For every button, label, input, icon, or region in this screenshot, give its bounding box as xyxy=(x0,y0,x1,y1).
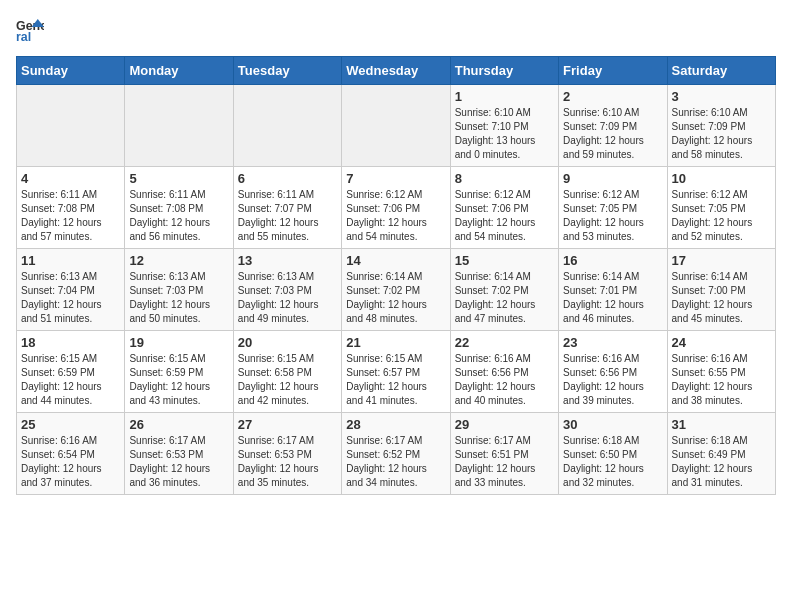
cell-info: Sunrise: 6:12 AMSunset: 7:06 PMDaylight:… xyxy=(346,188,445,244)
calendar-cell: 18Sunrise: 6:15 AMSunset: 6:59 PMDayligh… xyxy=(17,331,125,413)
cell-info: Sunrise: 6:12 AMSunset: 7:05 PMDaylight:… xyxy=(563,188,662,244)
cell-info: Sunrise: 6:17 AMSunset: 6:51 PMDaylight:… xyxy=(455,434,554,490)
calendar-cell: 5Sunrise: 6:11 AMSunset: 7:08 PMDaylight… xyxy=(125,167,233,249)
day-number: 7 xyxy=(346,171,445,186)
svg-text:ral: ral xyxy=(16,30,31,44)
logo: Gene ral xyxy=(16,16,48,44)
cell-info: Sunrise: 6:18 AMSunset: 6:49 PMDaylight:… xyxy=(672,434,771,490)
weekday-header: Thursday xyxy=(450,57,558,85)
day-number: 21 xyxy=(346,335,445,350)
logo-icon: Gene ral xyxy=(16,16,44,44)
day-number: 13 xyxy=(238,253,337,268)
weekday-header: Wednesday xyxy=(342,57,450,85)
cell-info: Sunrise: 6:18 AMSunset: 6:50 PMDaylight:… xyxy=(563,434,662,490)
weekday-header: Saturday xyxy=(667,57,775,85)
cell-info: Sunrise: 6:16 AMSunset: 6:56 PMDaylight:… xyxy=(455,352,554,408)
day-number: 27 xyxy=(238,417,337,432)
calendar-cell: 24Sunrise: 6:16 AMSunset: 6:55 PMDayligh… xyxy=(667,331,775,413)
calendar-body: 1Sunrise: 6:10 AMSunset: 7:10 PMDaylight… xyxy=(17,85,776,495)
day-number: 22 xyxy=(455,335,554,350)
day-number: 10 xyxy=(672,171,771,186)
calendar-cell: 25Sunrise: 6:16 AMSunset: 6:54 PMDayligh… xyxy=(17,413,125,495)
cell-info: Sunrise: 6:11 AMSunset: 7:08 PMDaylight:… xyxy=(21,188,120,244)
day-number: 9 xyxy=(563,171,662,186)
calendar-cell: 16Sunrise: 6:14 AMSunset: 7:01 PMDayligh… xyxy=(559,249,667,331)
calendar-cell: 17Sunrise: 6:14 AMSunset: 7:00 PMDayligh… xyxy=(667,249,775,331)
calendar-cell: 10Sunrise: 6:12 AMSunset: 7:05 PMDayligh… xyxy=(667,167,775,249)
cell-info: Sunrise: 6:13 AMSunset: 7:03 PMDaylight:… xyxy=(238,270,337,326)
cell-info: Sunrise: 6:15 AMSunset: 6:59 PMDaylight:… xyxy=(129,352,228,408)
cell-info: Sunrise: 6:10 AMSunset: 7:09 PMDaylight:… xyxy=(672,106,771,162)
day-number: 16 xyxy=(563,253,662,268)
day-number: 17 xyxy=(672,253,771,268)
calendar-cell: 13Sunrise: 6:13 AMSunset: 7:03 PMDayligh… xyxy=(233,249,341,331)
cell-info: Sunrise: 6:17 AMSunset: 6:53 PMDaylight:… xyxy=(129,434,228,490)
calendar-cell: 31Sunrise: 6:18 AMSunset: 6:49 PMDayligh… xyxy=(667,413,775,495)
day-number: 2 xyxy=(563,89,662,104)
cell-info: Sunrise: 6:13 AMSunset: 7:04 PMDaylight:… xyxy=(21,270,120,326)
calendar-cell: 26Sunrise: 6:17 AMSunset: 6:53 PMDayligh… xyxy=(125,413,233,495)
cell-info: Sunrise: 6:14 AMSunset: 7:00 PMDaylight:… xyxy=(672,270,771,326)
cell-info: Sunrise: 6:10 AMSunset: 7:10 PMDaylight:… xyxy=(455,106,554,162)
calendar-week-row: 4Sunrise: 6:11 AMSunset: 7:08 PMDaylight… xyxy=(17,167,776,249)
day-number: 23 xyxy=(563,335,662,350)
calendar-cell: 20Sunrise: 6:15 AMSunset: 6:58 PMDayligh… xyxy=(233,331,341,413)
calendar-cell: 12Sunrise: 6:13 AMSunset: 7:03 PMDayligh… xyxy=(125,249,233,331)
cell-info: Sunrise: 6:10 AMSunset: 7:09 PMDaylight:… xyxy=(563,106,662,162)
calendar-week-row: 11Sunrise: 6:13 AMSunset: 7:04 PMDayligh… xyxy=(17,249,776,331)
cell-info: Sunrise: 6:11 AMSunset: 7:07 PMDaylight:… xyxy=(238,188,337,244)
calendar-cell: 30Sunrise: 6:18 AMSunset: 6:50 PMDayligh… xyxy=(559,413,667,495)
day-number: 3 xyxy=(672,89,771,104)
day-number: 19 xyxy=(129,335,228,350)
weekday-header: Sunday xyxy=(17,57,125,85)
calendar-cell xyxy=(233,85,341,167)
weekday-header: Monday xyxy=(125,57,233,85)
calendar-cell: 14Sunrise: 6:14 AMSunset: 7:02 PMDayligh… xyxy=(342,249,450,331)
day-number: 28 xyxy=(346,417,445,432)
cell-info: Sunrise: 6:16 AMSunset: 6:55 PMDaylight:… xyxy=(672,352,771,408)
cell-info: Sunrise: 6:17 AMSunset: 6:52 PMDaylight:… xyxy=(346,434,445,490)
weekday-header: Tuesday xyxy=(233,57,341,85)
calendar-week-row: 25Sunrise: 6:16 AMSunset: 6:54 PMDayligh… xyxy=(17,413,776,495)
calendar-cell: 4Sunrise: 6:11 AMSunset: 7:08 PMDaylight… xyxy=(17,167,125,249)
day-number: 14 xyxy=(346,253,445,268)
calendar: SundayMondayTuesdayWednesdayThursdayFrid… xyxy=(16,56,776,495)
calendar-cell: 29Sunrise: 6:17 AMSunset: 6:51 PMDayligh… xyxy=(450,413,558,495)
day-number: 30 xyxy=(563,417,662,432)
calendar-cell: 7Sunrise: 6:12 AMSunset: 7:06 PMDaylight… xyxy=(342,167,450,249)
day-number: 15 xyxy=(455,253,554,268)
calendar-cell: 19Sunrise: 6:15 AMSunset: 6:59 PMDayligh… xyxy=(125,331,233,413)
day-number: 11 xyxy=(21,253,120,268)
cell-info: Sunrise: 6:12 AMSunset: 7:05 PMDaylight:… xyxy=(672,188,771,244)
calendar-cell: 3Sunrise: 6:10 AMSunset: 7:09 PMDaylight… xyxy=(667,85,775,167)
cell-info: Sunrise: 6:16 AMSunset: 6:54 PMDaylight:… xyxy=(21,434,120,490)
day-number: 8 xyxy=(455,171,554,186)
cell-info: Sunrise: 6:17 AMSunset: 6:53 PMDaylight:… xyxy=(238,434,337,490)
day-number: 26 xyxy=(129,417,228,432)
day-number: 24 xyxy=(672,335,771,350)
weekday-header: Friday xyxy=(559,57,667,85)
cell-info: Sunrise: 6:11 AMSunset: 7:08 PMDaylight:… xyxy=(129,188,228,244)
cell-info: Sunrise: 6:15 AMSunset: 6:58 PMDaylight:… xyxy=(238,352,337,408)
calendar-cell: 11Sunrise: 6:13 AMSunset: 7:04 PMDayligh… xyxy=(17,249,125,331)
calendar-cell: 22Sunrise: 6:16 AMSunset: 6:56 PMDayligh… xyxy=(450,331,558,413)
day-number: 29 xyxy=(455,417,554,432)
calendar-cell xyxy=(17,85,125,167)
cell-info: Sunrise: 6:15 AMSunset: 6:57 PMDaylight:… xyxy=(346,352,445,408)
calendar-week-row: 18Sunrise: 6:15 AMSunset: 6:59 PMDayligh… xyxy=(17,331,776,413)
cell-info: Sunrise: 6:14 AMSunset: 7:01 PMDaylight:… xyxy=(563,270,662,326)
calendar-cell: 28Sunrise: 6:17 AMSunset: 6:52 PMDayligh… xyxy=(342,413,450,495)
day-number: 1 xyxy=(455,89,554,104)
calendar-cell: 23Sunrise: 6:16 AMSunset: 6:56 PMDayligh… xyxy=(559,331,667,413)
calendar-cell: 27Sunrise: 6:17 AMSunset: 6:53 PMDayligh… xyxy=(233,413,341,495)
calendar-week-row: 1Sunrise: 6:10 AMSunset: 7:10 PMDaylight… xyxy=(17,85,776,167)
cell-info: Sunrise: 6:12 AMSunset: 7:06 PMDaylight:… xyxy=(455,188,554,244)
day-number: 18 xyxy=(21,335,120,350)
cell-info: Sunrise: 6:14 AMSunset: 7:02 PMDaylight:… xyxy=(455,270,554,326)
cell-info: Sunrise: 6:14 AMSunset: 7:02 PMDaylight:… xyxy=(346,270,445,326)
day-number: 25 xyxy=(21,417,120,432)
day-number: 4 xyxy=(21,171,120,186)
calendar-cell: 2Sunrise: 6:10 AMSunset: 7:09 PMDaylight… xyxy=(559,85,667,167)
day-number: 12 xyxy=(129,253,228,268)
cell-info: Sunrise: 6:13 AMSunset: 7:03 PMDaylight:… xyxy=(129,270,228,326)
